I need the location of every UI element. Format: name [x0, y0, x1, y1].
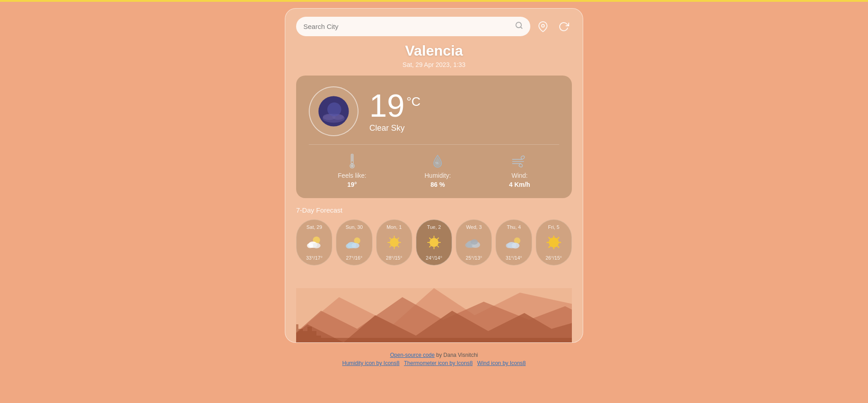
- search-row: [296, 17, 572, 36]
- svg-point-18: [307, 243, 313, 248]
- forecast-day: Thu, 4: [507, 224, 521, 230]
- forecast-temps-fri: 26°/15°: [546, 255, 562, 261]
- search-box: [296, 17, 530, 36]
- forecast-icon-tue: [425, 233, 443, 251]
- feels-like-value: 19°: [347, 181, 357, 188]
- weather-main-box: 19 °C Clear Sky F: [296, 76, 572, 198]
- svg-line-31: [390, 246, 391, 247]
- forecast-temps-thu: 31°/14°: [505, 255, 522, 261]
- wind-value: 4 Km/h: [509, 181, 530, 188]
- svg-point-7: [327, 102, 341, 116]
- weather-icon-circle: [309, 86, 359, 136]
- svg-line-1: [520, 27, 522, 28]
- feels-like-stat: Feels like: 19°: [338, 153, 366, 188]
- forecast-day: Wed, 3: [466, 224, 482, 230]
- forecast-icon-fri: [545, 233, 563, 251]
- forecast-day: Sun, 30: [345, 224, 363, 230]
- temperature-value: 19: [369, 90, 405, 122]
- temp-info: 19 °C Clear Sky: [369, 90, 420, 133]
- humidity-label: Humidity:: [425, 172, 451, 179]
- opensource-link[interactable]: Open-source code: [390, 352, 435, 358]
- forecast-temps-mon: 28°/15°: [386, 255, 402, 261]
- forecast-card-sun: Sun, 30 27°/16°: [336, 219, 372, 266]
- forecast-card-tue: Tue, 2 24°/14°: [416, 219, 452, 266]
- weather-description: Clear Sky: [369, 123, 420, 133]
- svg-line-39: [437, 238, 439, 239]
- forecast-label: 7-Day Forecast: [296, 206, 572, 214]
- weather-card: Valencia Sat, 29 Apr 2023, 1:33: [285, 8, 583, 343]
- svg-line-30: [397, 238, 399, 239]
- forecast-card-thu: Thu, 4 31°/14°: [495, 219, 532, 266]
- forecast-section: 7-Day Forecast Sat, 29 33°/17° Sun, 30: [296, 206, 572, 342]
- svg-point-44: [471, 239, 478, 245]
- svg-point-19: [354, 237, 360, 244]
- svg-text:%: %: [435, 161, 439, 165]
- svg-line-57: [549, 246, 550, 247]
- wind-icon: [512, 153, 527, 170]
- svg-line-40: [429, 246, 431, 247]
- svg-point-11: [351, 165, 354, 168]
- svg-line-56: [557, 237, 559, 239]
- forecast-card-sat: Sat, 29 33°/17°: [296, 219, 332, 266]
- forecast-temps-sat: 33°/17°: [306, 255, 322, 261]
- svg-rect-9: [352, 155, 353, 161]
- forecast-card-wed: Wed, 3 25°/13°: [456, 219, 492, 266]
- weather-divider: [309, 144, 559, 145]
- forecast-row: Sat, 29 33°/17° Sun, 30: [296, 219, 572, 342]
- svg-point-22: [346, 244, 352, 249]
- weather-top: 19 °C Clear Sky: [309, 86, 559, 136]
- svg-line-54: [549, 237, 550, 239]
- forecast-icon-wed: [465, 233, 483, 251]
- forecast-day: Sat, 29: [307, 224, 322, 230]
- forecast-day: Mon, 1: [387, 224, 402, 230]
- temperature-unit: °C: [406, 95, 420, 109]
- forecast-temps-wed: 25°/13°: [466, 255, 482, 261]
- svg-line-29: [397, 246, 399, 247]
- svg-point-17: [312, 243, 321, 248]
- svg-line-55: [557, 246, 559, 247]
- location-button[interactable]: [535, 19, 551, 35]
- wind-label: Wind:: [511, 172, 528, 179]
- svg-point-2: [542, 24, 544, 27]
- thermometer-icon-link[interactable]: Thermometer icon by Icons8: [404, 360, 473, 366]
- svg-point-48: [506, 243, 512, 248]
- forecast-temps-tue: 24°/14°: [426, 255, 442, 261]
- forecast-day: Tue, 2: [427, 224, 441, 230]
- search-input[interactable]: [303, 23, 511, 30]
- svg-line-38: [437, 246, 439, 247]
- humidity-value: 86 %: [430, 181, 445, 188]
- forecast-icon-sat: [305, 233, 323, 251]
- forecast-temps-sun: 27°/16°: [346, 255, 362, 261]
- footer: Open-source code by Dana Visnitchi Humid…: [342, 352, 526, 366]
- weather-stats: Feels like: 19° % Humidity: 86 %: [309, 153, 559, 188]
- city-name: Valencia: [296, 43, 572, 59]
- wind-stat: Wind: 4 Km/h: [509, 153, 530, 188]
- forecast-card-fri: Fri, 5 26°/15°: [536, 219, 572, 266]
- footer-credit: by Dana Visnitchi: [436, 352, 478, 358]
- forecast-icon-sun: [345, 233, 363, 251]
- svg-point-21: [351, 243, 359, 248]
- search-icon: [515, 21, 523, 32]
- svg-line-37: [429, 238, 431, 239]
- forecast-icon-mon: [385, 233, 403, 251]
- forecast-card-mon: Mon, 1 28°/15°: [376, 219, 412, 266]
- svg-point-47: [511, 243, 519, 249]
- wind-icon-link[interactable]: Wind icon by Icons8: [477, 360, 526, 366]
- humidity-stat: % Humidity: 86 %: [425, 153, 451, 188]
- humidity-icon-link[interactable]: Humidity icon by Icons8: [342, 360, 400, 366]
- forecast-day: Fri, 5: [548, 224, 559, 230]
- forecast-icon-thu: [505, 233, 523, 251]
- city-date: Sat, 29 Apr 2023, 1:33: [296, 61, 572, 68]
- top-bar: [0, 0, 868, 2]
- humidity-icon: %: [432, 153, 443, 170]
- refresh-button[interactable]: [556, 19, 572, 35]
- thermometer-icon: [347, 153, 357, 170]
- feels-like-label: Feels like:: [338, 172, 366, 179]
- svg-line-28: [390, 238, 391, 239]
